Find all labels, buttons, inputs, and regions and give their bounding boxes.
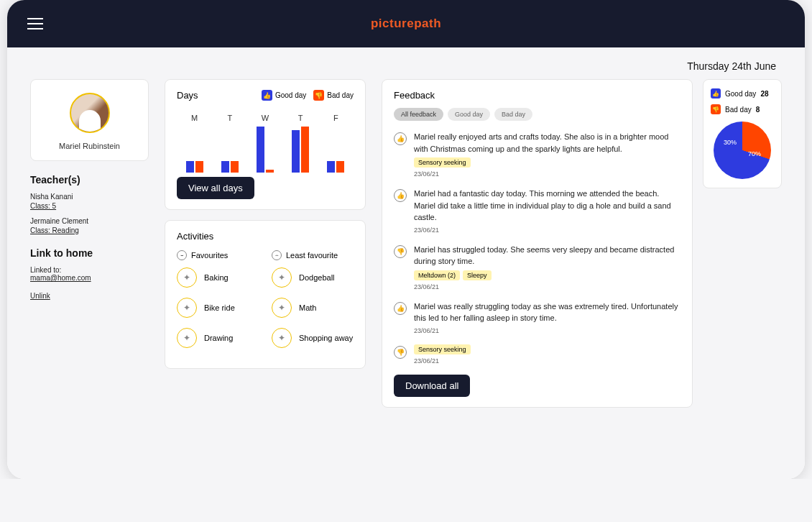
activities-card: Activities ⌣ Favourites ✦Baking✦Bike rid… bbox=[165, 220, 366, 369]
favourites-label: Favourites bbox=[191, 251, 228, 260]
activity-label: Math bbox=[299, 303, 316, 312]
thumbs-down-icon: 👎 bbox=[394, 346, 407, 359]
link-home-heading: Link to home bbox=[30, 247, 149, 259]
thumbs-up-icon: 👍 bbox=[394, 132, 407, 145]
chart-day-column: F bbox=[321, 114, 350, 173]
activity-label: Bike ride bbox=[204, 303, 235, 312]
brand-logo: picturepath bbox=[371, 17, 441, 31]
feedback-filter-pill[interactable]: All feedback bbox=[394, 108, 443, 121]
linked-email[interactable]: mama@home.com bbox=[30, 274, 149, 282]
good-bad-pie-chart: 30% 70% bbox=[714, 122, 771, 179]
activity-icon: ✦ bbox=[272, 328, 292, 348]
chart-bar bbox=[257, 127, 264, 173]
feedback-item: 👍Mariel really enjoyed arts and crafts t… bbox=[394, 131, 680, 178]
activity-item: ✦Bike ride bbox=[177, 298, 259, 318]
least-favourite-label: Least favourite bbox=[286, 251, 338, 260]
chart-day-label: M bbox=[191, 114, 198, 122]
thumbs-up-icon: 👍 bbox=[394, 302, 407, 315]
activity-label: Dodgeball bbox=[299, 273, 335, 282]
activity-icon: ✦ bbox=[272, 298, 292, 318]
chart-bar bbox=[231, 161, 239, 173]
chart-bar bbox=[195, 161, 203, 173]
days-legend: 👍 Good day 👎 Bad day bbox=[262, 90, 354, 101]
days-card: Days 👍 Good day 👎 Bad day M bbox=[165, 79, 366, 210]
linked-to-label: Linked to: bbox=[30, 266, 149, 274]
feedback-item: 👍Mariel had a fantastic day today. This … bbox=[394, 188, 680, 234]
thumbs-up-icon: 👍 bbox=[394, 189, 407, 202]
feedback-card: Feedback All feedbackGood dayBad day 👍Ma… bbox=[382, 79, 693, 408]
topbar: picturepath bbox=[7, 0, 805, 47]
chart-day-column: T bbox=[216, 114, 244, 173]
activity-label: Shopping away bbox=[299, 334, 353, 342]
sad-face-icon: ⌢ bbox=[272, 250, 282, 260]
thumbs-down-icon: 👎 bbox=[394, 245, 407, 258]
chart-bar bbox=[301, 127, 309, 173]
stats-card: 👍 Good day 28 👎 Bad day 8 30% 70% bbox=[703, 79, 782, 188]
feedback-date: 23/06/21 bbox=[414, 170, 680, 178]
activity-label: Drawing bbox=[204, 334, 233, 342]
chart-bar bbox=[336, 161, 344, 173]
feedback-text: Mariel was really struggling today as sh… bbox=[414, 301, 680, 324]
unlink-link[interactable]: Unlink bbox=[30, 292, 149, 300]
profile-card: Mariel Rubinstein bbox=[30, 79, 149, 161]
days-title: Days bbox=[177, 90, 198, 101]
chart-bar bbox=[221, 161, 229, 173]
activity-item: ✦Drawing bbox=[177, 328, 259, 348]
feedback-tag: Sensory seeking bbox=[414, 344, 471, 354]
activity-icon: ✦ bbox=[177, 298, 197, 318]
chart-day-label: W bbox=[262, 114, 269, 122]
chart-day-column: W bbox=[251, 114, 280, 173]
download-all-button[interactable]: Download all bbox=[394, 375, 470, 397]
feedback-text: Mariel has struggled today. She seems ve… bbox=[414, 244, 680, 267]
profile-name: Mariel Rubinstein bbox=[38, 142, 141, 150]
chart-day-column: T bbox=[286, 114, 315, 173]
chart-day-label: T bbox=[227, 114, 232, 122]
avatar bbox=[70, 93, 110, 133]
happy-face-icon: ⌣ bbox=[177, 250, 187, 260]
teacher-item: Nisha Kanani Class: 5 bbox=[30, 193, 149, 210]
chart-bar bbox=[266, 170, 274, 173]
activity-item: ✦Shopping away bbox=[272, 328, 354, 348]
days-chart: MTWTF bbox=[177, 108, 354, 173]
activity-icon: ✦ bbox=[177, 328, 197, 348]
activity-icon: ✦ bbox=[177, 267, 197, 288]
feedback-date: 23/06/21 bbox=[414, 327, 680, 334]
thumbs-up-icon: 👍 bbox=[262, 90, 272, 101]
feedback-filter-pill[interactable]: Bad day bbox=[494, 108, 532, 121]
activity-icon: ✦ bbox=[272, 267, 292, 288]
menu-icon[interactable] bbox=[27, 18, 43, 29]
activity-item: ✦Baking bbox=[177, 267, 259, 288]
chart-bar bbox=[327, 161, 335, 173]
feedback-filter-pill[interactable]: Good day bbox=[448, 108, 490, 121]
chart-bar bbox=[292, 130, 300, 173]
feedback-tag: Sleepy bbox=[463, 270, 492, 280]
good-day-stat: 👍 Good day 28 bbox=[711, 88, 774, 99]
chart-day-column: M bbox=[180, 114, 209, 173]
feedback-item: 👎Sensory seeking23/06/21 bbox=[394, 344, 680, 365]
feedback-date: 23/06/21 bbox=[414, 226, 680, 234]
activities-title: Activities bbox=[177, 231, 354, 242]
feedback-filters: All feedbackGood dayBad day bbox=[394, 108, 680, 121]
feedback-item: 👎Mariel has struggled today. She seems v… bbox=[394, 244, 680, 290]
feedback-text: Mariel had a fantastic day today. This m… bbox=[414, 188, 680, 224]
teacher-item: Jermaine Clement Class: Reading bbox=[30, 217, 149, 234]
feedback-date: 23/06/21 bbox=[414, 357, 680, 365]
thumbs-up-icon: 👍 bbox=[711, 88, 721, 99]
feedback-item: 👍Mariel was really struggling today as s… bbox=[394, 301, 680, 334]
view-all-days-button[interactable]: View all days bbox=[177, 177, 254, 199]
feedback-text: Mariel really enjoyed arts and crafts to… bbox=[414, 131, 680, 155]
activity-item: ✦Math bbox=[272, 298, 354, 318]
feedback-date: 23/06/21 bbox=[414, 283, 680, 290]
chart-bar bbox=[186, 161, 194, 173]
thumbs-down-icon: 👎 bbox=[313, 90, 324, 101]
feedback-tag: Sensory seeking bbox=[414, 157, 471, 168]
activity-item: ✦Dodgeball bbox=[272, 267, 354, 288]
teachers-heading: Teacher(s) bbox=[30, 174, 149, 186]
chart-day-label: F bbox=[333, 114, 338, 122]
thumbs-down-icon: 👎 bbox=[711, 104, 721, 114]
activity-label: Baking bbox=[204, 273, 229, 282]
feedback-tag: Meltdown (2) bbox=[414, 270, 460, 280]
current-date: Thursday 24th June bbox=[30, 60, 782, 72]
feedback-title: Feedback bbox=[394, 90, 680, 101]
chart-day-label: T bbox=[298, 114, 303, 122]
